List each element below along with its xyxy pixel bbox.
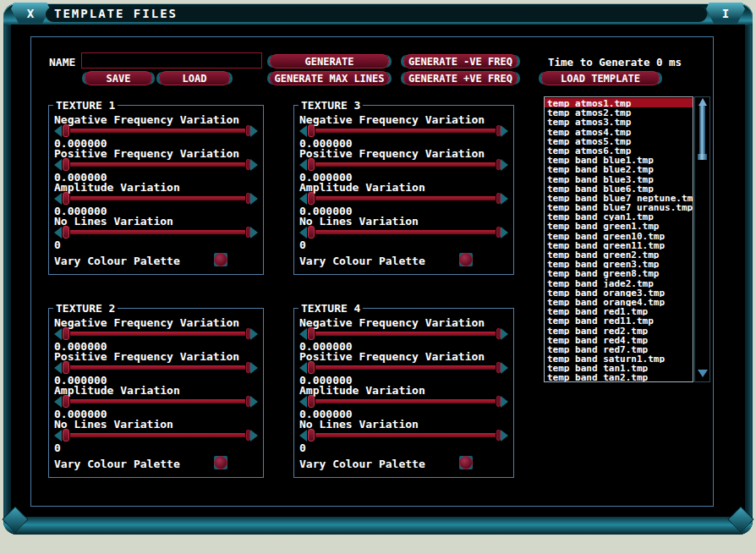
vary-palette-checkbox[interactable] [459,456,473,469]
list-item[interactable]: temp_atmos4.tmp [545,127,693,136]
list-item[interactable]: temp_band_jade2.tmp [545,278,693,288]
slider-left-arrow-icon[interactable] [54,430,62,442]
slider-handle[interactable] [308,395,315,408]
generate-pos-freq-button[interactable]: GENERATE +VE FREQ [403,71,518,85]
slider-left-arrow-icon[interactable] [299,125,307,137]
slider-handle[interactable] [308,429,315,442]
scroll-down-icon[interactable] [698,370,708,377]
load-button[interactable]: LOAD [159,71,230,85]
slider-right-arrow-icon[interactable] [501,362,508,374]
slider-track[interactable] [70,332,245,336]
file-list[interactable]: temp_atmos1.tmptemp_atmos2.tmptemp_atmos… [544,96,693,382]
slider-handle[interactable] [63,226,69,239]
list-item[interactable]: temp_band_green8.tmp [545,268,693,277]
slider-handle[interactable] [308,192,315,205]
slider-left-arrow-icon[interactable] [299,328,307,340]
generate-button[interactable]: GENERATE [270,54,389,69]
slider-right-arrow-icon[interactable] [501,328,508,340]
slider-handle[interactable] [63,158,69,171]
slider-handle[interactable] [63,192,69,205]
slider-track[interactable] [315,230,496,234]
slider-track[interactable] [70,129,245,133]
list-item[interactable]: temp_band_green3.tmp [545,259,693,268]
slider-track[interactable] [70,230,245,234]
scrollbar-thumb[interactable] [695,98,709,161]
neg-freq-slider[interactable] [54,327,258,340]
list-item[interactable]: temp_atmos3.tmp [545,117,693,126]
slider-left-arrow-icon[interactable] [299,430,307,442]
slider-right-arrow-icon[interactable] [250,227,258,239]
list-item[interactable]: temp_band_blue7_uranus.tmp [545,202,693,211]
list-item[interactable]: temp_atmos6.tmp [545,145,693,155]
load-template-button[interactable]: LOAD TEMPLATE [541,71,660,85]
slider-handle[interactable] [63,395,69,408]
list-item[interactable]: temp_atmos1.tmp [545,98,693,107]
slider-track[interactable] [70,433,245,437]
slider-right-arrow-icon[interactable] [250,125,258,137]
list-item[interactable]: temp_band_green2.tmp [545,250,693,259]
slider-handle[interactable] [63,429,69,442]
scroll-up-icon[interactable] [698,98,707,106]
no-lines-slider[interactable] [299,226,508,239]
slider-right-arrow-icon[interactable] [250,362,258,374]
slider-track[interactable] [70,365,245,370]
pos-freq-slider[interactable] [299,158,508,171]
slider-left-arrow-icon[interactable] [54,193,62,205]
slider-handle[interactable] [308,158,315,171]
slider-left-arrow-icon[interactable] [54,362,62,374]
list-item[interactable]: temp_band_tan1.tmp [545,363,693,372]
generate-max-lines-button[interactable]: GENERATE MAX LINES [270,71,389,85]
no-lines-slider[interactable] [299,429,508,442]
pos-freq-slider[interactable] [54,158,258,171]
slider-track[interactable] [70,196,245,200]
list-item[interactable]: temp_band_red1.tmp [545,306,693,315]
slider-handle[interactable] [308,124,315,137]
slider-left-arrow-icon[interactable] [299,396,307,408]
list-item[interactable]: temp_atmos5.tmp [545,136,693,145]
file-list-scrollbar[interactable] [694,96,710,382]
slider-left-arrow-icon[interactable] [299,193,307,205]
list-item[interactable]: temp_band_green1.tmp [545,221,693,230]
slider-right-arrow-icon[interactable] [501,125,508,137]
slider-track[interactable] [70,162,245,167]
list-item[interactable]: temp_band_blue3.tmp [545,174,693,184]
list-item[interactable]: temp_band_blue1.tmp [545,155,693,164]
no-lines-slider[interactable] [54,226,258,239]
vary-palette-checkbox[interactable] [459,253,473,266]
slider-track[interactable] [70,399,245,403]
list-item[interactable]: temp_band_orange3.tmp [545,288,693,297]
no-lines-slider[interactable] [54,429,258,442]
list-item[interactable]: temp_band_red4.tmp [545,335,693,344]
slider-handle[interactable] [308,327,315,340]
slider-right-arrow-icon[interactable] [501,227,508,239]
amplitude-slider[interactable] [299,192,508,205]
neg-freq-slider[interactable] [54,124,258,137]
pos-freq-slider[interactable] [54,361,258,374]
list-item[interactable]: temp_band_red7.tmp [545,344,693,354]
amplitude-slider[interactable] [54,192,258,205]
slider-handle[interactable] [63,124,69,137]
slider-handle[interactable] [308,226,315,239]
list-item[interactable]: temp_band_green10.tmp [545,231,693,240]
slider-track[interactable] [315,129,496,133]
slider-right-arrow-icon[interactable] [501,159,508,171]
slider-right-arrow-icon[interactable] [250,328,258,340]
list-item[interactable]: temp_band_green11.tmp [545,240,693,250]
list-item[interactable]: temp_band_blue6.tmp [545,184,693,193]
neg-freq-slider[interactable] [299,124,508,137]
slider-track[interactable] [315,365,496,370]
amplitude-slider[interactable] [299,395,508,408]
slider-left-arrow-icon[interactable] [299,362,307,374]
slider-left-arrow-icon[interactable] [54,328,62,340]
amplitude-slider[interactable] [54,395,258,408]
slider-right-arrow-icon[interactable] [250,396,258,408]
vary-palette-checkbox[interactable] [214,456,227,469]
slider-right-arrow-icon[interactable] [501,430,508,442]
generate-neg-freq-button[interactable]: GENERATE -VE FREQ [403,54,518,69]
slider-left-arrow-icon[interactable] [299,227,307,239]
slider-handle[interactable] [63,327,69,340]
slider-left-arrow-icon[interactable] [54,125,62,137]
slider-left-arrow-icon[interactable] [299,159,307,171]
name-input[interactable] [81,52,262,69]
list-item[interactable]: temp_band_cyan1.tmp [545,211,693,221]
